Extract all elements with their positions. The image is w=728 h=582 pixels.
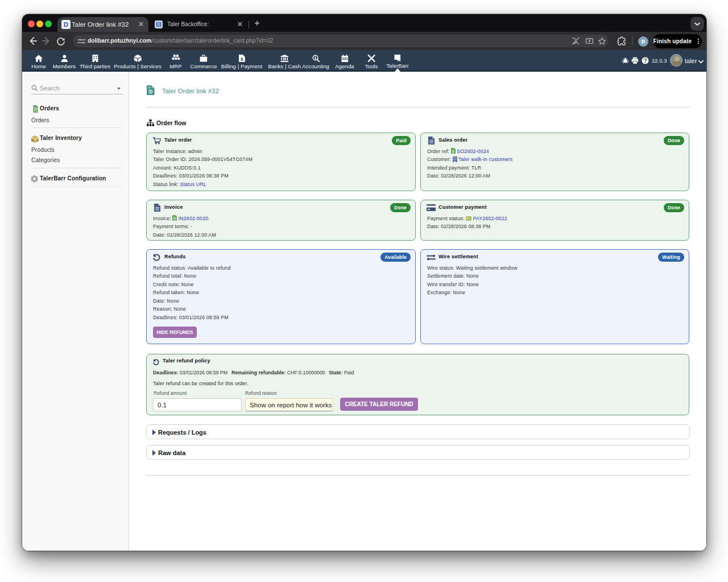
svg-text:$: $ <box>150 89 152 93</box>
